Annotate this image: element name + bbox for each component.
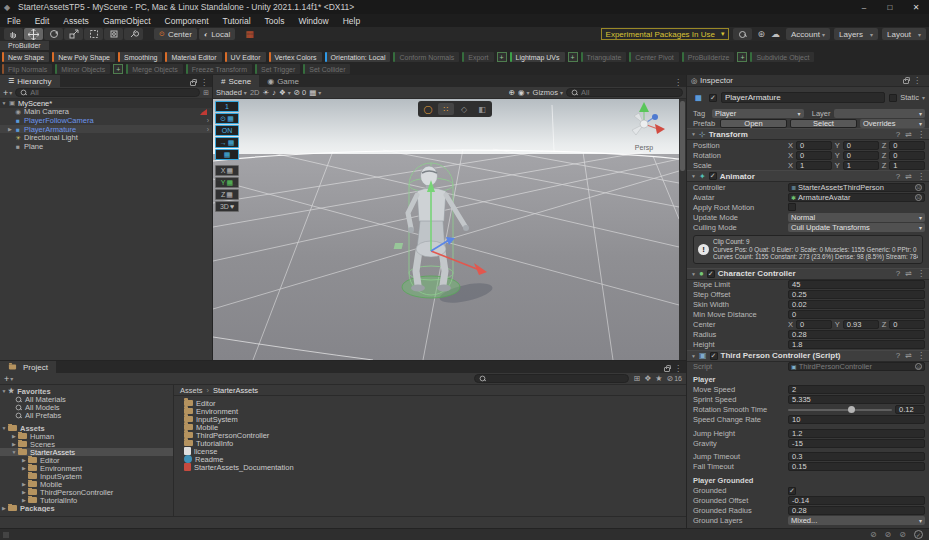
progrids-push-to-grid-button[interactable]: →▦ [215, 137, 239, 148]
asset-thirdpersoncontroller[interactable]: ThirdPersonController [174, 431, 686, 439]
scene-visibility-icon[interactable]: ⊘0 [294, 88, 306, 97]
min-move-distance-field[interactable]: 0 [788, 310, 925, 319]
third-person-controller-header[interactable]: ▼ ▣ ✓ Third Person Controller (Script) ?… [687, 350, 929, 362]
expander-icon[interactable]: ▼ [0, 100, 8, 106]
prefab-select-button[interactable]: Select [790, 119, 857, 128]
grid-dropdown-icon[interactable]: ▦▾ [309, 88, 321, 97]
tree-item-mobile[interactable]: ▶Mobile [0, 480, 173, 488]
breadcrumb-current[interactable]: StarterAssets [213, 386, 258, 395]
help-icon[interactable]: ? [896, 130, 900, 139]
account-dropdown[interactable]: Account▾ [786, 28, 830, 40]
lock-icon[interactable] [664, 367, 670, 372]
mute-logs-icon[interactable]: ⊘ [899, 530, 906, 539]
cc-enabled-checkbox[interactable]: ✓ [707, 270, 715, 278]
more-icon[interactable]: ⋮ [913, 76, 921, 85]
active-checkbox[interactable]: ✓ [709, 94, 717, 102]
favorite-all-prefabs[interactable]: All Prefabs [0, 411, 173, 419]
fall-timeout-field[interactable]: 0.15 [788, 462, 925, 471]
console-icon[interactable] [3, 532, 9, 538]
scene-search[interactable] [566, 88, 683, 97]
maximize-button[interactable]: □ [877, 3, 903, 12]
position-z-field[interactable]: 0 [889, 141, 925, 150]
asset-starterassets-documentation[interactable]: StarterAssets_Documentation [174, 463, 686, 471]
camera-settings-icon[interactable]: ◉▾ [518, 88, 530, 97]
avatar-object-field[interactable]: ✱ArmatureAvatar⊙ [788, 193, 925, 202]
pb-uv-editor-button[interactable]: UV Editor [225, 52, 266, 62]
background-tasks-icon[interactable]: ✓ [914, 530, 923, 539]
step-offset-field[interactable]: 0.25 [788, 290, 925, 299]
search-filter-icon[interactable]: ⊞ [203, 89, 209, 97]
pb-export-options-button[interactable]: + [497, 52, 507, 62]
open-search-window-icon[interactable]: ⊞ [633, 374, 640, 383]
pb-vertex-colors-button[interactable]: Vertex Colors [269, 52, 322, 62]
tree-item-environment[interactable]: ▶Environment [0, 464, 173, 472]
perspective-label[interactable]: Persp [621, 144, 667, 151]
progrids-show-grid-button[interactable]: ⊙▦ [215, 113, 239, 124]
more-icon[interactable]: ⋮ [200, 78, 208, 87]
move-speed-field[interactable]: 2 [788, 385, 925, 394]
controller-object-field[interactable]: ≣StarterAssetsThirdPerson⊙ [788, 183, 925, 192]
project-search[interactable] [474, 374, 629, 383]
object-name-input[interactable] [721, 92, 885, 103]
menu-tutorial[interactable]: Tutorial [216, 16, 258, 26]
mute-warnings-icon[interactable]: ⊘ [885, 530, 892, 539]
progrids-follow-grid-button[interactable]: ▦ [215, 149, 239, 160]
tag-dropdown[interactable]: Player▾ [712, 109, 804, 118]
measure-tool-icon[interactable]: ⊕ [509, 88, 515, 97]
progrids-z-axis-button[interactable]: Z▦ [215, 189, 239, 200]
pb-smoothing-button[interactable]: Smoothing [118, 52, 162, 62]
culling-mode-dropdown[interactable]: Cull Update Transforms▾ [788, 223, 925, 232]
radius-field[interactable]: 0.28 [788, 330, 925, 339]
hand-tool-icon[interactable] [4, 28, 23, 40]
menu-assets[interactable]: Assets [56, 16, 96, 26]
search-by-type-icon[interactable]: ❖ [644, 374, 651, 383]
ground-layers-dropdown[interactable]: Mixed...▾ [788, 516, 925, 525]
cloud-icon[interactable]: ☁ [771, 29, 780, 39]
space-toggle-button[interactable]: ◐ Local [199, 28, 235, 40]
update-mode-dropdown[interactable]: Normal▾ [788, 213, 925, 222]
pb-orientation-button[interactable]: Orientation: Local [325, 52, 391, 62]
progrids-x-axis-button[interactable]: X▦ [215, 165, 239, 176]
more-icon[interactable]: ⋮ [674, 364, 682, 373]
prefab-overrides-dropdown[interactable]: Overrides▾ [860, 119, 925, 128]
gizmos-dropdown[interactable]: Gizmos▾ [533, 88, 563, 97]
tree-item-human[interactable]: ▶Human [0, 432, 173, 440]
lock-icon[interactable] [903, 79, 909, 84]
lock-icon[interactable] [190, 81, 196, 86]
pivot-toggle-button[interactable]: ⊙ Center [154, 28, 197, 40]
progrids-snap-value-button[interactable]: 1 [215, 101, 239, 112]
scale-z-field[interactable]: 1 [889, 161, 925, 170]
hierarchy-item-main-camera[interactable]: ◉ Main Camera [0, 108, 212, 117]
progrids-y-axis-button[interactable]: Y▦ [215, 177, 239, 188]
scene-row[interactable]: ▼ ▣ MyScene* [0, 99, 212, 108]
speed-change-rate-field[interactable]: 10 [788, 415, 925, 424]
presets-icon[interactable]: ⇌ [905, 130, 912, 139]
rect-tool-icon[interactable] [84, 28, 103, 40]
progrids-icon[interactable]: ▦ [245, 29, 254, 39]
rotate-tool-icon[interactable] [44, 28, 63, 40]
rotation-smooth-time-slider[interactable] [788, 405, 892, 414]
menu-help[interactable]: Help [336, 16, 367, 26]
favorite-all-materials[interactable]: All Materials [0, 395, 173, 403]
tree-item-scenes[interactable]: ▶Scenes [0, 440, 173, 448]
center-x-field[interactable]: 0 [796, 320, 832, 329]
hierarchy-search[interactable] [15, 88, 200, 97]
hierarchy-item-plane[interactable]: ■ Plane [0, 142, 212, 151]
pb-mirror-options-button[interactable]: + [113, 64, 123, 74]
scale-x-field[interactable]: 1 [796, 161, 832, 170]
menu-edit[interactable]: Edit [28, 16, 57, 26]
center-z-field[interactable]: 0 [889, 320, 925, 329]
inspector-title[interactable]: Inspector [700, 76, 733, 85]
hierarchy-item-directional-light[interactable]: ☀ Directional Light [0, 133, 212, 142]
tree-item-inputsystem[interactable]: InputSystem [0, 472, 173, 480]
probuilder-tab[interactable]: ProBuilder [0, 41, 49, 50]
tree-item-tutorialinfo[interactable]: ▶TutorialInfo [0, 496, 173, 504]
tree-item-thirdpersoncontroller[interactable]: ▶ThirdPersonController [0, 488, 173, 496]
add-object-button[interactable]: +▾ [3, 88, 12, 98]
grounded-offset-field[interactable]: -0.14 [788, 496, 925, 505]
layers-dropdown[interactable]: Layers▾ [834, 28, 878, 40]
hierarchy-item-player-follow-camera[interactable]: ■ PlayerFollowCamera › [0, 116, 212, 125]
hierarchy-tab[interactable]: ☰ Hierarchy [0, 75, 60, 87]
search-by-label-icon[interactable]: ★ [655, 374, 662, 383]
layer-dropdown[interactable]: ▾ [834, 109, 926, 118]
